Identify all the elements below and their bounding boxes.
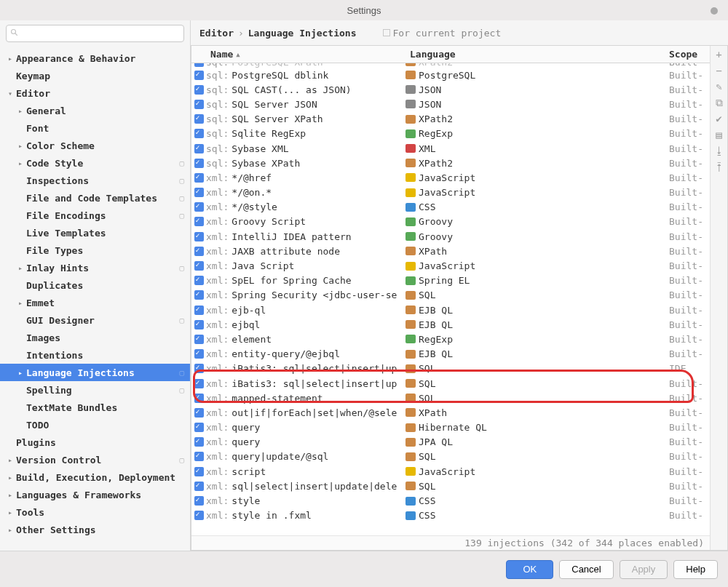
table-row[interactable]: xml:*/@on.*JavaScriptBuilt-: [191, 185, 710, 200]
table-row[interactable]: sql:Sqlite RegExpRegExpBuilt-: [191, 127, 710, 141]
row-checkbox[interactable]: [194, 232, 204, 241]
expand-icon[interactable]: ▸: [16, 369, 25, 377]
tree-item-spelling[interactable]: Spelling▢: [0, 381, 190, 399]
expand-icon[interactable]: ▸: [6, 474, 15, 482]
settings-tree[interactable]: ▸Appearance & Behavior Keymap▾Editor▸Gen…: [0, 48, 190, 551]
table-row[interactable]: sql:SQL CAST(... as JSON)JSONBuilt-: [191, 82, 710, 97]
table-row[interactable]: sql:SQL Server XPathXPath2Built-: [191, 112, 710, 127]
expand-icon[interactable]: ▸: [16, 107, 25, 115]
select-all-icon[interactable]: ▤: [713, 129, 725, 140]
tree-item-inspections[interactable]: Inspections▢: [0, 172, 190, 189]
tree-item-emmet[interactable]: ▸Emmet: [0, 294, 190, 311]
row-checkbox[interactable]: [194, 129, 204, 138]
row-checkbox[interactable]: [194, 173, 204, 183]
table-row[interactable]: xml:scriptJavaScriptBuilt-: [191, 464, 710, 479]
expand-icon[interactable]: ▸: [16, 299, 25, 307]
table-row[interactable]: sql:Sybase XPathXPath2Built-: [191, 156, 710, 170]
tree-item-plugins[interactable]: Plugins: [0, 434, 190, 451]
expand-icon[interactable]: ▸: [16, 264, 25, 272]
table-row[interactable]: xml:Groovy ScriptGroovyBuilt-: [191, 215, 710, 229]
row-checkbox[interactable]: [194, 408, 204, 418]
row-checkbox[interactable]: [194, 114, 204, 124]
row-checkbox[interactable]: [194, 496, 204, 506]
expand-icon[interactable]: ▸: [6, 508, 15, 516]
expand-icon[interactable]: ▸: [16, 159, 25, 167]
table-row[interactable]: xml:elementRegExpBuilt-: [191, 332, 710, 346]
table-row[interactable]: xml:out|if|forEach|set|when/@seleXPathBu…: [191, 405, 710, 420]
tree-item-textmate-bundles[interactable]: TextMate Bundles: [0, 399, 190, 416]
row-checkbox[interactable]: [194, 290, 204, 300]
table-row[interactable]: xml:Java ScriptJavaScriptBuilt-: [191, 258, 710, 273]
export-icon[interactable]: ⭱: [713, 161, 725, 172]
expand-icon[interactable]: ▸: [16, 142, 25, 150]
row-checkbox[interactable]: [194, 423, 204, 432]
table-row[interactable]: sql:Sybase XMLXMLBuilt-: [191, 141, 710, 156]
tree-item-build-execution-deployment[interactable]: ▸Build, Execution, Deployment: [0, 468, 190, 486]
row-checkbox[interactable]: [194, 276, 204, 285]
row-checkbox[interactable]: [194, 349, 204, 359]
row-checkbox[interactable]: [194, 63, 204, 67]
table-row[interactable]: sql:PostgreSQL dblinkPostgreSQLBuilt-: [191, 68, 710, 82]
row-checkbox[interactable]: [194, 452, 204, 461]
tree-item-file-encodings[interactable]: File Encodings▢: [0, 207, 190, 224]
close-dot-icon[interactable]: [711, 7, 718, 15]
enable-icon[interactable]: ✔: [713, 113, 725, 124]
table-row[interactable]: xml:sql|select|insert|update|deleSQLBuil…: [191, 479, 710, 493]
row-checkbox[interactable]: [194, 482, 204, 491]
tree-item-editor[interactable]: ▾Editor: [0, 84, 190, 102]
table-row[interactable]: xml:*/@hrefJavaScriptBuilt-: [191, 170, 710, 185]
copy-icon[interactable]: ⧉: [713, 97, 725, 108]
cancel-button[interactable]: Cancel: [559, 560, 613, 579]
row-checkbox[interactable]: [194, 85, 204, 95]
table-row[interactable]: xml:entity-query/@ejbqlEJB QLBuilt-: [191, 347, 710, 362]
row-checkbox[interactable]: [194, 320, 204, 330]
expand-icon[interactable]: ▸: [6, 55, 15, 63]
tree-item-appearance-behavior[interactable]: ▸Appearance & Behavior: [0, 49, 190, 67]
expand-icon[interactable]: ▸: [6, 526, 15, 534]
expand-icon[interactable]: ▸: [6, 491, 15, 499]
tree-item-gui-designer[interactable]: GUI Designer▢: [0, 311, 190, 329]
table-row[interactable]: sql:SQL Server JSONJSONBuilt-: [191, 97, 710, 111]
import-icon[interactable]: ⭳: [713, 145, 725, 156]
row-checkbox[interactable]: [194, 364, 204, 373]
row-checkbox[interactable]: [194, 144, 204, 153]
row-checkbox[interactable]: [194, 467, 204, 476]
tree-item-languages-frameworks[interactable]: ▸Languages & Frameworks: [0, 486, 190, 503]
row-checkbox[interactable]: [194, 335, 204, 344]
row-checkbox[interactable]: [194, 511, 204, 520]
table-header[interactable]: Name▲ Language Scope: [191, 46, 710, 63]
tree-item-live-templates[interactable]: Live Templates: [0, 224, 190, 241]
tree-item-tools[interactable]: ▸Tools: [0, 503, 190, 521]
help-button[interactable]: Help: [673, 560, 718, 579]
expand-icon[interactable]: ▾: [6, 89, 15, 97]
col-checkbox[interactable]: [191, 46, 206, 63]
col-language[interactable]: Language: [405, 46, 669, 63]
add-icon[interactable]: +: [713, 49, 725, 60]
table-row[interactable]: xml:style in .fxmlCSSBuilt-: [191, 508, 710, 523]
row-checkbox[interactable]: [194, 306, 204, 315]
row-checkbox[interactable]: [194, 202, 204, 212]
row-checkbox[interactable]: [194, 100, 204, 109]
row-checkbox[interactable]: [194, 379, 204, 388]
table-row[interactable]: xml:SpEL for Spring CacheSpring ELBuilt-: [191, 273, 710, 288]
table-row[interactable]: xml:Spring Security <jdbc-user-seSQLBuil…: [191, 288, 710, 303]
row-checkbox[interactable]: [194, 437, 204, 447]
tree-item-duplicates[interactable]: Duplicates: [0, 276, 190, 294]
tree-item-language-injections[interactable]: ▸Language Injections▢: [0, 364, 190, 381]
tree-item-inlay-hints[interactable]: ▸Inlay Hints▢: [0, 259, 190, 276]
table-row[interactable]: xml:styleCSSBuilt-: [191, 493, 710, 508]
table-row[interactable]: xml:iBatis3: sql|select|insert|upSQLBuil…: [191, 376, 710, 391]
row-checkbox[interactable]: [194, 217, 204, 226]
table-row[interactable]: xml:ejb-qlEJB QLBuilt-: [191, 303, 710, 317]
tree-item-other-settings[interactable]: ▸Other Settings: [0, 521, 190, 538]
tree-item-intentions[interactable]: Intentions: [0, 346, 190, 364]
table-row[interactable]: xml:JAXB attribute nodeXPathBuilt-: [191, 244, 710, 258]
table-row[interactable]: xml:mapped-statementSQLBuilt-: [191, 391, 710, 405]
table-row[interactable]: xml:*/@styleCSSBuilt-: [191, 200, 710, 215]
row-checkbox[interactable]: [194, 71, 204, 80]
table-row[interactable]: sql:PostgreSQL XPathXPath2Built-: [191, 63, 710, 68]
row-checkbox[interactable]: [194, 188, 204, 197]
edit-icon[interactable]: ✎: [713, 81, 725, 92]
tree-item-version-control[interactable]: ▸Version Control▢: [0, 451, 190, 468]
table-row[interactable]: xml:queryHibernate QLBuilt-: [191, 420, 710, 435]
